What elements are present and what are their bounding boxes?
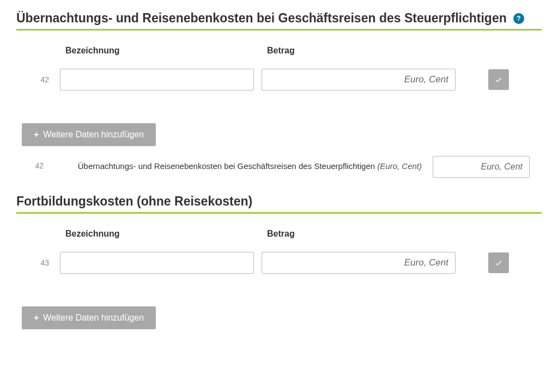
betrag-input[interactable]: [262, 252, 456, 274]
bezeichnung-input[interactable]: [60, 69, 254, 91]
row-number: 42: [16, 75, 60, 84]
summary-unit: (Euro, Cent): [377, 161, 422, 171]
column-betrag-header: Betrag: [262, 46, 463, 56]
add-more-label: Weitere Daten hinzufügen: [43, 313, 144, 323]
section-uebernachtungskosten: Übernachtungs- und Reisenebenkosten bei …: [16, 11, 542, 178]
confirm-button[interactable]: [488, 252, 509, 273]
input-row: 42: [16, 69, 542, 91]
plus-icon: +: [34, 313, 39, 323]
section-header: Übernachtungs- und Reisenebenkosten bei …: [16, 11, 542, 31]
confirm-button[interactable]: [488, 69, 509, 90]
summary-label: Übernachtungs- und Reisenebenkosten bei …: [44, 156, 433, 171]
column-betrag-header: Betrag: [262, 229, 463, 239]
section-title: Fortbildungskosten (ohne Reisekosten): [16, 194, 252, 209]
help-icon[interactable]: ?: [513, 13, 524, 24]
add-more-button[interactable]: + Weitere Daten hinzufügen: [22, 123, 156, 146]
check-icon: [494, 75, 503, 84]
row-number: 43: [16, 258, 60, 267]
section-header: Fortbildungskosten (ohne Reisekosten): [16, 194, 542, 214]
summary-row-number: 42: [16, 156, 44, 170]
column-bezeichnung-header: Bezeichnung: [60, 46, 262, 56]
bezeichnung-input[interactable]: [60, 252, 254, 274]
add-more-label: Weitere Daten hinzufügen: [43, 130, 144, 140]
summary-label-text: Übernachtungs- und Reisenebenkosten bei …: [78, 161, 378, 171]
columns-header: Bezeichnung Betrag: [16, 46, 542, 56]
input-row: 43: [16, 252, 542, 274]
columns-header: Bezeichnung Betrag: [16, 229, 542, 239]
summary-row: 42 Übernachtungs- und Reisenebenkosten b…: [16, 156, 542, 178]
plus-icon: +: [34, 130, 39, 140]
betrag-input[interactable]: [262, 69, 456, 91]
check-icon: [494, 258, 503, 267]
section-fortbildungskosten: Fortbildungskosten (ohne Reisekosten) Be…: [16, 194, 542, 335]
summary-amount-input[interactable]: [433, 156, 530, 178]
column-bezeichnung-header: Bezeichnung: [60, 229, 262, 239]
add-more-button[interactable]: + Weitere Daten hinzufügen: [22, 306, 156, 329]
section-title: Übernachtungs- und Reisenebenkosten bei …: [16, 11, 507, 26]
